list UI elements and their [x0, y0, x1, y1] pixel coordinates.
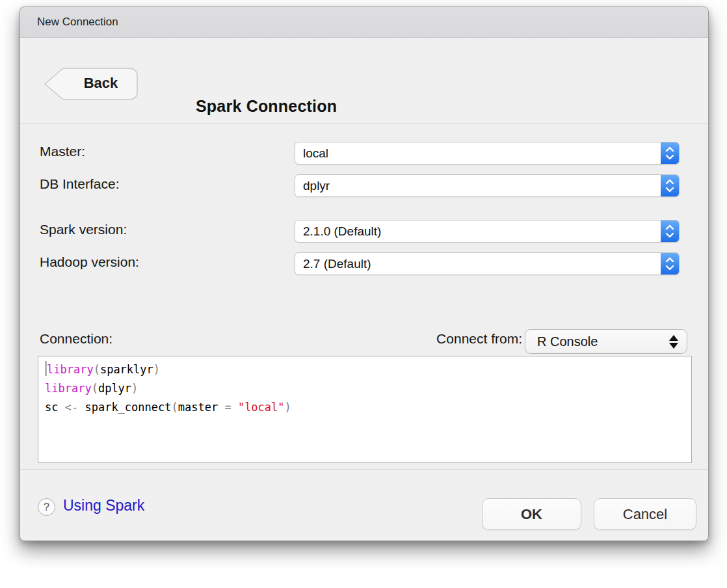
up-down-chevrons-icon [661, 175, 679, 196]
code-token: dplyr [98, 382, 131, 395]
master-select[interactable]: local [295, 142, 680, 165]
db-interface-select[interactable]: dplyr [295, 174, 680, 197]
hadoop-version-select[interactable]: 2.7 (Default) [295, 252, 680, 275]
desktop-background: New Connection Back Spark Connection Mas… [0, 0, 727, 588]
db-interface-select-value: dplyr [295, 179, 661, 193]
code-line: library(sparklyr) [45, 360, 685, 379]
dialog-title: New Connection [37, 16, 118, 29]
back-button[interactable]: Back [44, 66, 139, 101]
up-down-chevrons-icon [661, 142, 679, 164]
up-down-triangles-icon [665, 335, 687, 349]
db-interface-label: DB Interface: [40, 176, 120, 192]
back-button-label: Back [66, 66, 136, 100]
connection-code-editor[interactable]: library(sparklyr)library(dplyr)sc <- spa… [38, 356, 692, 463]
spark-version-select-value: 2.1.0 (Default) [295, 224, 661, 239]
code-token: ) [131, 382, 138, 395]
code-token: ( [94, 363, 100, 376]
ok-button[interactable]: OK [482, 498, 581, 530]
code-line: sc <- spark_connect(master = "local") [45, 398, 685, 417]
code-line: library(dplyr) [45, 379, 685, 398]
code-token: sparklyr [100, 363, 153, 376]
connection-label: Connection: [40, 331, 112, 347]
help-question-icon[interactable]: ? [38, 498, 55, 516]
up-down-chevrons-icon [661, 220, 679, 242]
code-token: ( [92, 382, 98, 395]
code-token: master [178, 401, 218, 414]
connect-from-select-value: R Console [525, 334, 665, 349]
master-label: Master: [40, 144, 85, 159]
using-spark-link[interactable]: Using Spark [63, 497, 144, 514]
code-token: = [218, 401, 238, 414]
code-token: library [45, 382, 92, 395]
code-token: library [47, 363, 94, 376]
spark-version-label: Spark version: [40, 222, 127, 237]
code-token: "local" [238, 401, 285, 414]
hadoop-version-select-value: 2.7 (Default) [295, 257, 661, 271]
wizard-header: Back Spark Connection [20, 38, 708, 124]
cancel-button[interactable]: Cancel [594, 498, 696, 530]
code-token: ) [153, 363, 160, 376]
spark-version-select[interactable]: 2.1.0 (Default) [295, 220, 680, 243]
code-token: ( [172, 401, 178, 414]
dialog-footer: ? Using Spark OK Cancel [20, 469, 708, 541]
up-down-chevrons-icon [661, 253, 679, 274]
master-select-value: local [295, 146, 661, 161]
connect-from-label: Connect from: [408, 331, 522, 347]
hadoop-version-label: Hadoop version: [40, 254, 139, 270]
connect-from-select[interactable]: R Console [525, 329, 687, 354]
code-token: sc [45, 401, 58, 414]
code-token: spark_connect [85, 401, 171, 414]
code-token: <- [58, 401, 85, 414]
page-title: Spark Connection [196, 97, 337, 116]
code-token: ) [285, 401, 291, 414]
dialog-titlebar[interactable]: New Connection [20, 7, 708, 38]
new-connection-dialog: New Connection Back Spark Connection Mas… [20, 7, 709, 541]
